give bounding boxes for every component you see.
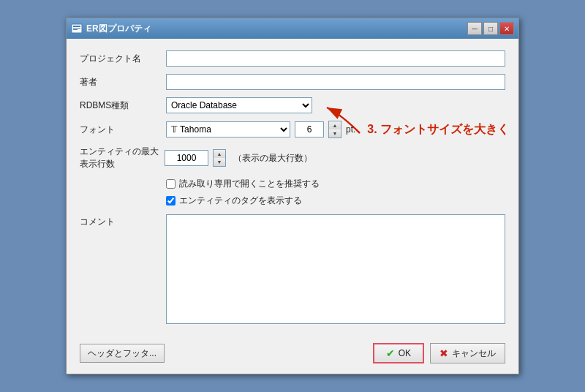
- tag-checkbox-label: エンティティのタグを表示する: [179, 195, 302, 207]
- project-label: プロジェクト名: [80, 53, 160, 65]
- font-row: フォント 𝕋 Tahoma Arial MS Gothic ▲ ▼ pt.: [80, 121, 505, 138]
- footer-right-buttons: ✔ OK ✖ キャンセル: [373, 343, 505, 363]
- tag-checkbox-row: エンティティのタグを表示する: [166, 195, 505, 207]
- er-properties-dialog: ER図プロパティ ─ □ ✕ プロジェクト名 著者 RDBMS種類 Oracle…: [66, 18, 519, 374]
- ok-button[interactable]: ✔ OK: [373, 343, 424, 363]
- font-label: フォント: [80, 124, 160, 136]
- entity-up-button[interactable]: ▲: [214, 150, 225, 158]
- author-row: 著者: [80, 74, 505, 90]
- entity-label: エンティティの最大表示行数: [80, 146, 160, 170]
- entity-hint: （表示の最大行数）: [233, 152, 312, 165]
- tag-checkbox[interactable]: [166, 196, 176, 206]
- readonly-checkbox-row: 読み取り専用で開くことを推奨する: [166, 178, 505, 190]
- readonly-checkbox-label: 読み取り専用で開くことを推奨する: [179, 178, 320, 190]
- annotation-text: 3. フォントサイズを大きく: [367, 123, 509, 135]
- font-select[interactable]: 𝕋 Tahoma Arial MS Gothic: [166, 121, 290, 137]
- project-row: プロジェクト名: [80, 50, 505, 67]
- svg-rect-3: [73, 29, 78, 30]
- cancel-x-icon: ✖: [439, 347, 448, 359]
- entity-down-button[interactable]: ▼: [214, 158, 225, 166]
- entity-spinner: ▲ ▼: [213, 149, 226, 167]
- ok-check-icon: ✔: [386, 347, 395, 359]
- titlebar-buttons: ─ □ ✕: [467, 22, 514, 35]
- comment-textarea[interactable]: [166, 214, 505, 324]
- comment-section: コメント: [80, 214, 505, 324]
- cancel-label: キャンセル: [452, 347, 496, 360]
- rdbms-row: RDBMS種類 Oracle Database MySQL PostgreSQL…: [80, 97, 505, 113]
- entity-max-input[interactable]: [165, 150, 208, 166]
- project-input[interactable]: [166, 50, 505, 67]
- minimize-button[interactable]: ─: [467, 22, 482, 35]
- svg-rect-1: [73, 26, 80, 27]
- author-input[interactable]: [166, 74, 505, 90]
- header-footer-button[interactable]: ヘッダとフッタ...: [80, 344, 165, 363]
- readonly-checkbox[interactable]: [166, 179, 176, 189]
- titlebar-left: ER図プロパティ: [71, 23, 151, 35]
- author-label: 著者: [80, 76, 160, 88]
- maximize-button[interactable]: □: [483, 22, 498, 35]
- annotation-container: 3. フォントサイズを大きく: [367, 122, 509, 137]
- ok-label: OK: [399, 348, 411, 358]
- arrow-icon: [320, 100, 363, 137]
- cancel-button[interactable]: ✖ キャンセル: [430, 343, 505, 363]
- dialog-title: ER図プロパティ: [86, 23, 151, 35]
- font-controls: 𝕋 Tahoma Arial MS Gothic ▲ ▼ pt.: [166, 121, 509, 138]
- er-icon: [71, 23, 83, 34]
- footer: ヘッダとフッタ... ✔ OK ✖ キャンセル: [67, 336, 518, 374]
- rdbms-select[interactable]: Oracle Database MySQL PostgreSQL SQLite: [166, 97, 312, 113]
- comment-label: コメント: [80, 214, 160, 324]
- entity-row: エンティティの最大表示行数 ▲ ▼ （表示の最大行数）: [80, 146, 505, 170]
- svg-rect-2: [73, 28, 80, 29]
- close-button[interactable]: ✕: [499, 22, 514, 35]
- dialog-content: プロジェクト名 著者 RDBMS種類 Oracle Database MySQL…: [67, 39, 518, 336]
- rdbms-label: RDBMS種類: [80, 99, 160, 112]
- titlebar: ER図プロパティ ─ □ ✕: [67, 18, 518, 39]
